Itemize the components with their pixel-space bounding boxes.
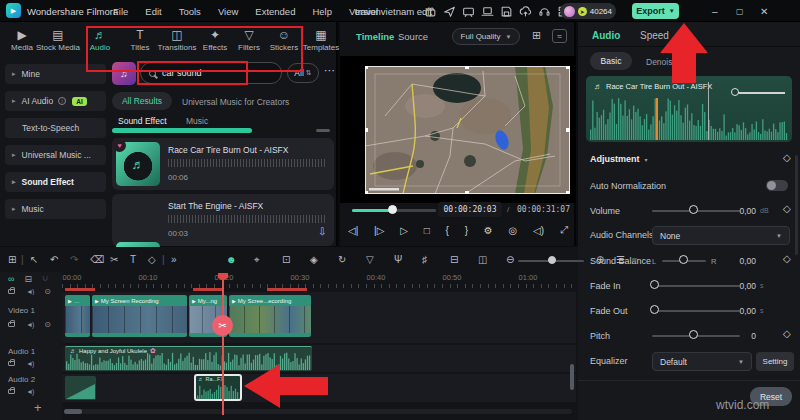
speaker-icon[interactable]: ◄)	[26, 288, 33, 295]
properties-scrollbar[interactable]	[795, 155, 798, 255]
redo-icon[interactable]: ↷	[70, 254, 78, 265]
sidebar-item-mine[interactable]: ▸Mine	[5, 64, 106, 84]
speaker-icon[interactable]: ◄)	[26, 321, 33, 328]
playhead-line[interactable]	[222, 278, 224, 415]
fade-out-knob[interactable]	[650, 305, 659, 314]
playhead-split-button[interactable]: ✂	[212, 315, 233, 336]
fullscreen-button[interactable]: ⤢	[560, 224, 568, 236]
audio-channels-dropdown[interactable]: None▼	[652, 226, 790, 245]
keyframe-diamond-icon[interactable]: ◇	[783, 328, 791, 339]
playback-settings-button[interactable]: ⚙	[484, 225, 493, 236]
undo-icon[interactable]: ↶	[50, 254, 58, 265]
video-clip[interactable]: ▶…	[65, 295, 90, 337]
lock-icon[interactable]	[8, 322, 15, 327]
export-button[interactable]: Export ▼	[632, 3, 679, 19]
next-frame-button[interactable]: |▷	[374, 225, 384, 236]
ai-portrait-icon[interactable]: ☻	[226, 254, 237, 265]
export-caret-icon[interactable]: ▼	[669, 8, 675, 14]
menu-view[interactable]: View	[218, 6, 238, 17]
timeline-zoom-knob[interactable]	[548, 256, 556, 264]
scopes-icon[interactable]: ≈	[552, 29, 567, 43]
balance-knob[interactable]	[679, 255, 688, 264]
detach-audio-icon[interactable]: ⊟	[450, 254, 458, 265]
quality-dropdown[interactable]: Full Quality ▼	[452, 28, 520, 45]
marker-icon[interactable]: ◫	[478, 254, 487, 265]
delete-icon[interactable]: ⌫	[90, 254, 104, 265]
snapshot-button[interactable]: ◎	[509, 225, 518, 236]
gift-icon[interactable]	[424, 4, 437, 22]
my-audio-button[interactable]: ♫	[112, 62, 136, 85]
menu-tools[interactable]: Tools	[179, 6, 201, 17]
keyframe-diamond-icon[interactable]: ◇	[783, 152, 791, 163]
tab-all-results[interactable]: All Results	[112, 92, 172, 110]
zoom-out-icon[interactable]: ⊖	[506, 254, 514, 265]
video-clip[interactable]: ▶My Screen Recording	[92, 295, 187, 337]
auto-normalization-toggle[interactable]	[766, 180, 788, 191]
subtab-basic[interactable]: Basic	[590, 52, 632, 70]
previous-frame-button[interactable]: ◁|	[348, 225, 358, 236]
video-clip[interactable]: ▶My Scree...ecording	[229, 295, 311, 337]
equalizer-setting-button[interactable]: Setting	[756, 352, 794, 371]
save-icon[interactable]	[500, 4, 513, 22]
more-tools-icon[interactable]: »	[171, 254, 177, 265]
fade-in-value[interactable]: 0,00	[724, 281, 756, 291]
play-button[interactable]: ▷	[400, 225, 408, 236]
add-track-button[interactable]: +	[34, 400, 42, 415]
sidebar-item-universal-music-[interactable]: ▸Universal Music ...	[5, 145, 106, 165]
select-tool-icon[interactable]: ↖	[30, 254, 38, 265]
pitch-knob[interactable]	[689, 330, 698, 339]
motion-tracking-icon[interactable]: ⌖	[254, 254, 260, 266]
share-icon[interactable]	[443, 4, 456, 22]
track-height-caret[interactable]: ▾	[632, 254, 637, 265]
text-tool-icon[interactable]: T	[130, 254, 136, 265]
tab-sound-effect[interactable]: Sound Effect	[118, 116, 167, 126]
subtab-denoise[interactable]: Denoise	[646, 57, 677, 67]
panel-icon[interactable]	[462, 4, 475, 22]
more-options-button[interactable]: ⋯	[324, 64, 335, 77]
seek-knob[interactable]	[388, 205, 397, 214]
media-grid-icon[interactable]: ⊞	[8, 254, 16, 265]
record-voiceover-icon[interactable]: Ψ	[394, 254, 402, 265]
favorite-badge[interactable]: ♥	[113, 139, 126, 152]
collapse-caret-icon[interactable]: ▾	[645, 156, 648, 163]
menu-help[interactable]: Help	[312, 6, 332, 17]
clip-volume-knob[interactable]	[731, 88, 739, 96]
rotate-icon[interactable]: ↻	[338, 254, 346, 265]
adjustment-header[interactable]: Adjustment▾	[590, 154, 648, 164]
mute-button[interactable]: ◁)	[533, 225, 544, 236]
timeline-hscroll-thumb[interactable]	[64, 409, 82, 414]
stop-button[interactable]: □	[424, 225, 430, 236]
volume-knob[interactable]	[689, 205, 698, 214]
filter-all-button[interactable]: All ⇅	[287, 63, 319, 83]
tab-timeline[interactable]: Timeline	[356, 31, 394, 42]
pitch-value[interactable]: 0	[724, 331, 756, 341]
support-icon[interactable]	[538, 4, 551, 22]
scrollbar-dash[interactable]	[316, 129, 330, 132]
layout-grid-icon[interactable]: ⊞	[532, 29, 541, 42]
speaker-icon[interactable]: ◄)	[26, 360, 33, 367]
keyframe-diamond-icon[interactable]: ◇	[783, 203, 791, 214]
volume-value[interactable]: 0,00	[724, 206, 756, 216]
menu-extended[interactable]: Extended	[255, 6, 295, 17]
mask-icon[interactable]: ▽	[366, 254, 374, 265]
tab-scroll-indicator[interactable]	[112, 128, 252, 133]
tab-source[interactable]: Source	[398, 31, 428, 42]
sidebar-item-text-to-speech[interactable]: Text-to-Speech	[5, 118, 106, 138]
fade-in-knob[interactable]	[650, 280, 659, 289]
download-icon[interactable]: ⇩	[318, 226, 326, 237]
close-button[interactable]: ✕	[760, 0, 768, 22]
account-pill[interactable]: ➤ 40264	[560, 3, 616, 19]
track-height-icon[interactable]: ☰	[616, 254, 625, 265]
mark-in-button[interactable]: {	[446, 225, 449, 236]
minimize-button[interactable]: –	[712, 0, 718, 22]
timeline-vscroll-thumb[interactable]	[570, 364, 574, 390]
lock-icon[interactable]	[8, 389, 15, 394]
tab-audio[interactable]: Audio	[592, 30, 620, 41]
speed-ramping-icon[interactable]: ⊡	[282, 254, 290, 265]
keyframe-diamond-icon[interactable]: ◇	[783, 253, 791, 264]
split-scissors-icon[interactable]: ✂	[110, 254, 118, 265]
keyframe-icon[interactable]: ◈	[310, 254, 318, 265]
audio-mixer-icon[interactable]: ♯	[422, 254, 427, 265]
sidebar-item-sound-effect[interactable]: ▸Sound Effect	[5, 172, 106, 192]
video-frame-map[interactable]	[365, 66, 570, 194]
